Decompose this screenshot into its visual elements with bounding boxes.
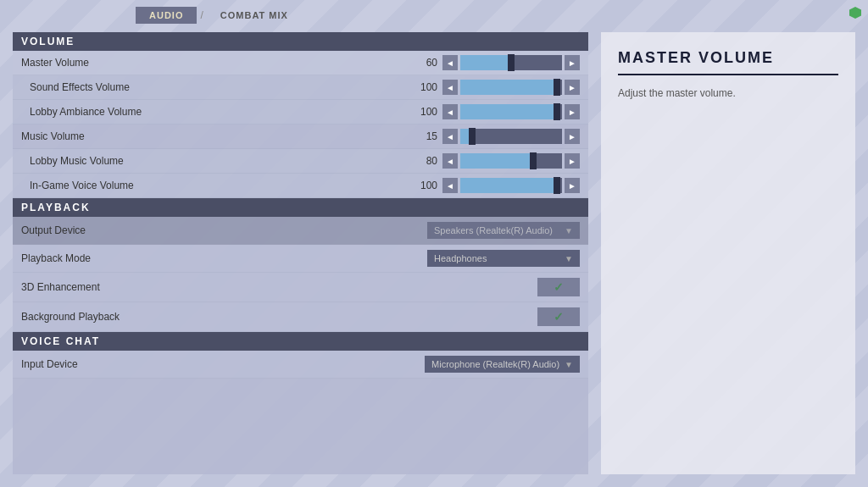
master-volume-fill xyxy=(460,55,511,70)
lobby-ambiance-label: Lobby Ambiance Volume xyxy=(30,106,410,118)
background-playback-toggle-area: ✓ xyxy=(478,307,580,326)
input-device-dropdown[interactable]: Microphone (Realtek(R) Audio) ▼ xyxy=(425,356,580,373)
lobby-ambiance-row: Lobby Ambiance Volume 100 ◄ ► xyxy=(13,100,588,125)
sound-effects-row: Sound Effects Volume 100 ◄ ► xyxy=(13,75,588,100)
lobby-music-fill xyxy=(460,153,533,169)
input-device-label: Input Device xyxy=(21,358,425,370)
master-volume-row: Master Volume 60 ◄ ► xyxy=(13,51,588,75)
lobby-music-thumb[interactable] xyxy=(530,152,537,169)
sound-effects-track[interactable] xyxy=(460,80,562,95)
music-volume-increase[interactable]: ► xyxy=(565,129,580,144)
lobby-music-track[interactable] xyxy=(460,153,562,169)
sound-effects-thumb[interactable] xyxy=(554,79,560,96)
playback-mode-dropdown-arrow: ▼ xyxy=(565,254,573,263)
sound-effects-fill xyxy=(460,80,557,95)
ingame-voice-value: 100 xyxy=(410,180,437,191)
lobby-ambiance-slider-container: ◄ ► xyxy=(442,104,580,119)
background-playback-checkmark: ✓ xyxy=(554,310,564,324)
content-area: VOLUME Master Volume 60 ◄ ► Sound Effect… xyxy=(0,24,868,487)
music-volume-decrease[interactable]: ◄ xyxy=(442,129,458,144)
ingame-voice-thumb[interactable] xyxy=(554,177,560,194)
sound-effects-slider-container: ◄ ► xyxy=(442,80,580,95)
master-volume-slider-container: ◄ ► xyxy=(442,55,580,70)
background-playback-row: Background Playback ✓ xyxy=(13,302,588,332)
3d-enhancement-label: 3D Enhancement xyxy=(21,281,478,293)
3d-enhancement-toggle[interactable]: ✓ xyxy=(537,278,580,296)
music-volume-track[interactable] xyxy=(460,129,562,144)
input-device-dropdown-arrow: ▼ xyxy=(565,360,573,369)
tab-combat-mix[interactable]: COMBAT MIX xyxy=(207,7,302,24)
right-panel-description: Adjust the master volume. xyxy=(618,86,838,101)
left-panel: VOLUME Master Volume 60 ◄ ► Sound Effect… xyxy=(13,32,588,474)
top-nav: AUDIO / COMBAT MIX xyxy=(0,0,868,24)
ingame-voice-increase[interactable]: ► xyxy=(565,178,580,193)
lobby-music-label: Lobby Music Volume xyxy=(30,155,410,167)
lobby-music-decrease[interactable]: ◄ xyxy=(442,153,458,169)
music-volume-thumb[interactable] xyxy=(469,128,476,145)
lobby-music-increase[interactable]: ► xyxy=(565,153,580,169)
sound-effects-increase[interactable]: ► xyxy=(565,80,580,95)
output-device-row: Output Device Speakers (Realtek(R) Audio… xyxy=(13,217,588,245)
background-playback-toggle[interactable]: ✓ xyxy=(537,307,580,326)
tab-audio[interactable]: AUDIO xyxy=(136,7,197,24)
output-device-dropdown[interactable]: Speakers (Realtek(R) Audio) ▼ xyxy=(427,222,580,239)
lobby-ambiance-thumb[interactable] xyxy=(554,103,560,120)
lobby-music-slider-container: ◄ ► xyxy=(442,153,580,169)
3d-enhancement-checkmark: ✓ xyxy=(554,280,564,294)
lobby-ambiance-increase[interactable]: ► xyxy=(565,104,580,119)
master-volume-value: 60 xyxy=(410,57,437,69)
sound-effects-label: Sound Effects Volume xyxy=(30,81,410,93)
ingame-voice-decrease[interactable]: ◄ xyxy=(442,178,458,193)
3d-enhancement-toggle-area: ✓ xyxy=(478,278,580,296)
playback-mode-row: Playback Mode Headphones ▼ xyxy=(13,245,588,273)
music-volume-value: 15 xyxy=(410,130,437,142)
right-panel: MASTER VOLUME Adjust the master volume. xyxy=(601,32,855,474)
playback-mode-dropdown[interactable]: Headphones ▼ xyxy=(427,250,580,267)
lobby-music-value: 80 xyxy=(410,155,437,167)
lobby-ambiance-track[interactable] xyxy=(460,104,562,119)
volume-section-header: VOLUME xyxy=(13,32,588,51)
3d-enhancement-row: 3D Enhancement ✓ xyxy=(13,273,588,302)
music-volume-label: Music Volume xyxy=(21,130,410,142)
music-volume-row: Music Volume 15 ◄ ► xyxy=(13,125,588,149)
playback-section-header: PLAYBACK xyxy=(13,198,588,217)
nav-divider: / xyxy=(197,9,206,21)
voice-chat-section-header: VOICE CHAT xyxy=(13,332,588,351)
master-volume-thumb[interactable] xyxy=(508,54,515,71)
master-volume-decrease[interactable]: ◄ xyxy=(442,55,458,70)
input-device-row: Input Device Microphone (Realtek(R) Audi… xyxy=(13,351,588,379)
background-playback-label: Background Playback xyxy=(21,311,478,323)
output-device-label: Output Device xyxy=(21,224,427,236)
lobby-ambiance-decrease[interactable]: ◄ xyxy=(442,104,458,119)
ingame-voice-row: In-Game Voice Volume 100 ◄ ► xyxy=(13,174,588,198)
lobby-ambiance-fill xyxy=(460,104,557,119)
master-volume-increase[interactable]: ► xyxy=(565,55,580,70)
ingame-voice-fill xyxy=(460,178,557,193)
playback-mode-label: Playback Mode xyxy=(21,252,427,264)
ingame-voice-track[interactable] xyxy=(460,178,562,193)
master-volume-label: Master Volume xyxy=(21,57,410,69)
right-panel-title: MASTER VOLUME xyxy=(618,49,838,75)
lobby-ambiance-value: 100 xyxy=(410,106,437,118)
sound-effects-decrease[interactable]: ◄ xyxy=(442,80,458,95)
master-volume-track[interactable] xyxy=(460,55,562,70)
ingame-voice-label: In-Game Voice Volume xyxy=(30,180,410,191)
sound-effects-value: 100 xyxy=(410,81,437,93)
output-device-dropdown-arrow: ▼ xyxy=(565,226,573,235)
music-volume-slider-container: ◄ ► xyxy=(442,129,580,144)
ingame-voice-slider-container: ◄ ► xyxy=(442,178,580,193)
lobby-music-row: Lobby Music Volume 80 ◄ ► xyxy=(13,149,588,174)
